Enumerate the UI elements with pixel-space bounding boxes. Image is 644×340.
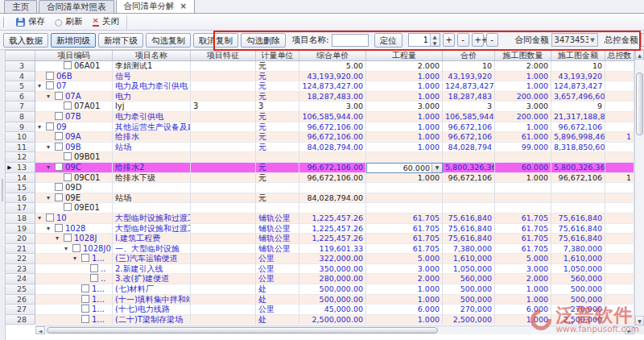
cell-total-price[interactable]: 96,672,106 [443,132,495,143]
cell-code[interactable]: 06B [35,72,113,82]
cell-unit[interactable]: 元 [256,163,299,173]
cell-control-quantity[interactable] [605,274,634,284]
cell-quantity[interactable]: 1.000 [366,143,443,153]
cell-unit[interactable]: 铺轨公里 [256,214,299,224]
cell-name[interactable]: (三)汽车运输便道 [113,254,191,264]
left-splitter[interactable] [0,50,6,340]
table-row[interactable]: 1709E01 [6,203,634,214]
cell-name[interactable]: 电力 [113,92,191,102]
cell-quantity[interactable]: 1.000 [366,284,443,295]
table-row[interactable]: 1509D [6,183,634,193]
cell-quantity[interactable]: 1.000 [366,122,443,133]
add-sibling-button[interactable]: 新增同级 [51,33,96,48]
vertical-scrollbar-thumb[interactable] [636,73,643,135]
cell-name[interactable]: 李娟测试1 [113,61,191,72]
cell-name[interactable]: 电力牵引供电 [113,112,191,122]
cell-name[interactable]: 一、大型临时设施 [113,244,191,255]
cell-unit[interactable]: 公里 [256,264,299,275]
save-button[interactable]: 保存 [11,15,50,29]
cell-drawing-amount[interactable]: 560,000 [551,274,605,284]
tab-contract-list-compare[interactable]: 合同清单对照表 [39,0,114,13]
table-row[interactable]: 16▾09E站场元84,028,794.00 [6,193,634,204]
cell-unit[interactable] [256,183,299,193]
cell-drawing-quantity[interactable]: 61.000 [495,132,551,143]
cell-drawing-quantity[interactable]: 2.000 [495,274,551,284]
row-header[interactable]: 21 [6,244,35,255]
cell-code[interactable]: ▾07 [35,81,113,92]
cell-unit-price[interactable]: 1,225,457.26 [299,214,366,224]
cell-unit-price[interactable]: 500,000.00 [299,295,366,305]
row-header[interactable]: 26 [6,295,35,305]
cell-quantity[interactable]: 2.000 [366,274,443,284]
control-amount-dropdown[interactable]: 0 ▼ [641,33,644,47]
cell-code[interactable]: .. [35,264,113,275]
locate-row-spinner[interactable]: ▲▼ [408,33,440,47]
table-row[interactable]: 20▾1028JⅠ.建筑工程费铺轨公里1,225,457.2661.70575,… [6,234,634,244]
cell-unit-price[interactable]: 500,000.00 [299,284,366,295]
tree-expand-icon[interactable]: ▾ [47,193,55,203]
cell-total-price[interactable]: 7,380,000 [443,244,495,255]
cell-feature[interactable] [191,315,256,325]
cell-name[interactable]: (二十)T梁制存梁场 [113,315,191,325]
cell-unit[interactable]: 处 [256,315,299,325]
scroll-up-icon[interactable]: ▲ [635,50,644,60]
col-header-unit[interactable]: 计量单位 [256,51,299,60]
cell-unit-price[interactable]: 96,672,106.00 [299,163,366,173]
cell-drawing-quantity[interactable]: 61.705 [495,234,551,244]
cell-drawing-amount[interactable]: 500,000 [551,284,605,295]
scroll-down-icon[interactable]: ▼ [635,316,644,325]
cell-control-quantity[interactable] [605,81,634,92]
cell-control-quantity[interactable] [605,254,634,264]
cell-quantity[interactable]: 61.705 [366,214,443,224]
cell-unit[interactable]: 处 [256,284,299,295]
cell-drawing-amount[interactable]: 2,500,000 [551,315,605,325]
cell-unit[interactable]: 公里 [256,274,299,284]
cell-feature[interactable] [191,92,256,102]
cell-code[interactable]: 1... [35,305,113,315]
cell-feature[interactable]: 3 [191,102,256,112]
row-checkbox[interactable] [81,295,89,303]
cell-feature[interactable] [191,234,256,244]
cell-drawing-quantity[interactable]: 99.000 [495,143,551,153]
row-header[interactable]: 9 [6,122,35,133]
row-header[interactable]: 4 [6,72,35,82]
cell-control-quantity[interactable] [605,284,634,295]
cell-feature[interactable] [191,244,256,255]
cell-drawing-amount[interactable]: 500,000 [551,295,605,305]
row-checkbox[interactable] [81,254,89,262]
cell-drawing-quantity[interactable]: 61.705 [495,214,551,224]
cell-drawing-amount[interactable]: 1,610,000 [551,254,605,264]
col-header-price[interactable]: 综合单价 [299,51,366,60]
cell-quantity[interactable]: 1.000 [366,81,443,92]
row-checkbox[interactable] [81,305,89,313]
table-row[interactable]: 1209B01 [6,152,634,163]
cell-feature[interactable] [191,72,256,82]
cell-drawing-amount[interactable]: 75,616,840 [551,234,605,244]
table-row[interactable]: 281...(二十)T梁制存梁场处2,500,000.001.0002,500,… [6,315,634,325]
cell-unit[interactable]: 元 [256,173,299,184]
cell-code[interactable]: 09A [35,132,113,143]
cell-name[interactable]: 其他运营生产设备及建筑物 [113,122,191,133]
cell-drawing-amount[interactable]: 124,873,427 [551,81,605,92]
cell-total-price[interactable]: 3 [443,102,495,112]
row-checkbox[interactable] [55,224,63,232]
row-header[interactable]: 18 [6,214,35,224]
cell-total-price[interactable]: 1,050,000 [443,264,495,275]
cell-drawing-amount[interactable]: 75,616,840 [551,224,605,234]
cell-feature[interactable] [191,193,256,204]
scroll-right-icon[interactable]: ► [625,326,634,334]
cell-quantity[interactable] [366,183,443,193]
cell-total-price[interactable]: 2,500,000 [443,315,495,325]
cell-drawing-amount[interactable]: 270,000 [551,305,605,315]
cell-unit[interactable]: 公里 [256,305,299,315]
cell-code[interactable]: 1... [35,315,113,325]
row-header[interactable]: 11 [6,143,35,153]
cell-name[interactable]: 2.新建引入线 [113,264,191,275]
cell-feature[interactable] [191,274,256,284]
row-header[interactable]: 25 [6,284,35,295]
row-header[interactable]: 27 [6,305,35,315]
cell-control-quantity[interactable] [605,72,634,82]
cell-unit-price[interactable]: 96,672,106.00 [299,122,366,133]
row-checkbox[interactable] [81,284,89,292]
tab-home[interactable]: 主页 [4,0,37,13]
